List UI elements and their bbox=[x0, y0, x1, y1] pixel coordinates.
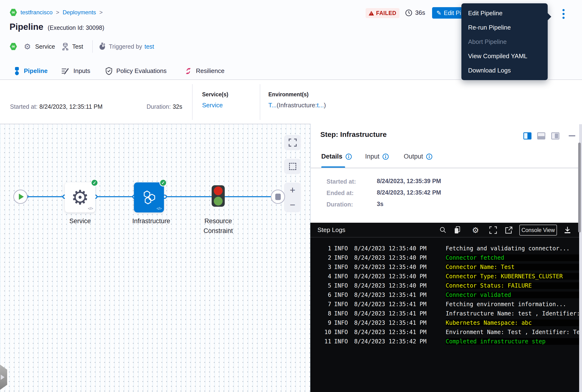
triggered-by-link[interactable]: test bbox=[144, 43, 154, 50]
project-logo-icon: ∞ bbox=[9, 8, 17, 16]
console-header: Step Logs ⚙ Console View bbox=[310, 223, 582, 238]
pipeline-logo-icon: ∞ bbox=[9, 43, 17, 50]
info-icon[interactable] bbox=[345, 153, 352, 160]
stage-col-divider bbox=[192, 84, 193, 120]
menu-item-view-compiled-yaml[interactable]: View Compiled YAML bbox=[461, 52, 548, 60]
environment-link[interactable]: T... bbox=[268, 102, 277, 109]
traffic-light-red bbox=[214, 186, 223, 195]
menu-item-edit-pipeline[interactable]: Edit Pipeline bbox=[461, 9, 548, 17]
inputs-tab-icon bbox=[61, 67, 69, 75]
log-row: 10INFO8/24/2023 12:35:41 PMEnvironment N… bbox=[310, 328, 582, 337]
tab-inputs[interactable]: Inputs bbox=[61, 62, 90, 80]
minimize-panel-icon[interactable] bbox=[569, 135, 575, 136]
stage-duration-value: 32s bbox=[172, 103, 182, 110]
zoom-in-button[interactable]: + bbox=[290, 185, 295, 195]
log-row: 7INFO8/24/2023 12:35:41 PMFetching envir… bbox=[310, 300, 582, 309]
log-row: 8INFO8/24/2023 12:35:41 PMInfrastructure… bbox=[310, 309, 582, 318]
field-started-value: 8/24/2023, 12:35:39 PM bbox=[377, 178, 441, 184]
play-icon bbox=[19, 194, 24, 200]
pipeline-options-menu: Edit Pipeline Re-run Pipeline Abort Pipe… bbox=[461, 3, 548, 80]
pipeline-execution-page: ∞ testfrancisco > Deployments > Pipeline… bbox=[0, 0, 582, 392]
end-node[interactable] bbox=[271, 190, 285, 204]
info-icon[interactable] bbox=[382, 153, 389, 160]
tab-details-label: Details bbox=[321, 153, 343, 160]
infrastructure-node[interactable]: ✓ </> bbox=[134, 182, 164, 212]
pipeline-canvas[interactable]: + − ⚙ ✓ </> Service ✓ bbox=[0, 124, 310, 392]
start-node[interactable] bbox=[13, 190, 28, 204]
download-logs-icon[interactable] bbox=[564, 226, 572, 234]
success-check-icon: ✓ bbox=[91, 179, 98, 186]
environment-close-paren: ) bbox=[324, 102, 326, 109]
status-badge: FAILED bbox=[366, 8, 399, 18]
fullscreen-icon[interactable] bbox=[489, 226, 497, 234]
field-ended-label: Ended at: bbox=[327, 190, 354, 196]
environments-column-label: Environment(s) bbox=[268, 91, 326, 98]
page-title: Pipeline bbox=[9, 22, 43, 32]
stage-col-divider-2 bbox=[260, 84, 260, 120]
search-icon[interactable] bbox=[439, 226, 447, 234]
console-view-button[interactable]: Console View bbox=[519, 224, 557, 236]
tab-resilience-label: Resilience bbox=[196, 67, 224, 75]
menu-item-rerun-pipeline[interactable]: Re-run Pipeline bbox=[461, 23, 548, 32]
marquee-select-icon bbox=[289, 163, 296, 170]
service-node[interactable]: ⚙ ✓ </> bbox=[65, 182, 95, 212]
canvas-fullscreen-button[interactable] bbox=[284, 135, 301, 150]
resilience-swirl-icon bbox=[184, 67, 192, 75]
tab-pipeline[interactable]: Pipeline bbox=[14, 62, 48, 80]
stop-icon bbox=[275, 194, 281, 200]
tab-policy-evaluations[interactable]: Policy Evaluations bbox=[105, 62, 167, 80]
breadcrumb-deployments-link[interactable]: Deployments bbox=[63, 9, 96, 16]
log-row: 4INFO8/24/2023 12:35:40 PMConnector Type… bbox=[310, 272, 582, 281]
tab-resilience[interactable]: Resilience bbox=[184, 62, 224, 80]
field-started-label: Started at: bbox=[327, 178, 356, 185]
success-check-icon: ✓ bbox=[159, 179, 167, 186]
meta-test-label: Test bbox=[72, 43, 83, 50]
log-row: 5INFO8/24/2023 12:35:40 PMConnector Stat… bbox=[310, 281, 582, 290]
infrastructure-link[interactable]: t... bbox=[317, 102, 324, 109]
zoom-out-button[interactable]: − bbox=[290, 200, 295, 210]
field-duration-label: Duration: bbox=[327, 201, 353, 208]
title-row: Pipeline (Execution Id: 30098) bbox=[9, 22, 104, 32]
environment-icon bbox=[62, 43, 69, 50]
tab-input[interactable]: Input bbox=[365, 153, 389, 160]
pipeline-tab-icon bbox=[14, 67, 20, 75]
meta-row: ∞ ⚙ Service Test Triggered by test bbox=[9, 41, 154, 52]
breadcrumb-project-link[interactable]: testfrancisco bbox=[20, 9, 53, 16]
meta-divider bbox=[92, 40, 93, 53]
settings-gear-icon[interactable]: ⚙ bbox=[471, 226, 480, 234]
layout-bottom-view-icon[interactable] bbox=[537, 132, 545, 140]
code-glyph: </> bbox=[156, 206, 162, 211]
tab-output-label: Output bbox=[404, 153, 423, 160]
expand-left-panel-handle[interactable] bbox=[0, 364, 7, 390]
open-in-new-icon[interactable] bbox=[505, 226, 513, 234]
service-link[interactable]: Service bbox=[202, 102, 228, 109]
traffic-light-green bbox=[214, 197, 223, 206]
menu-item-download-logs[interactable]: Download Logs bbox=[461, 66, 548, 74]
more-options-kebab-icon[interactable] bbox=[561, 8, 566, 19]
tab-details[interactable]: Details bbox=[321, 153, 352, 160]
log-row: 1INFO8/24/2023 12:35:40 PMFetching and v… bbox=[310, 244, 582, 253]
environment-infra-text: (Infrastructure: bbox=[277, 102, 317, 109]
layout-split-view-icon[interactable] bbox=[523, 132, 532, 140]
svg-text:∞: ∞ bbox=[11, 10, 15, 15]
panel-scrollbar-thumb[interactable] bbox=[578, 142, 581, 232]
resource-constraint-node[interactable] bbox=[212, 185, 225, 207]
infrastructure-hexagons-icon bbox=[142, 190, 156, 204]
duration-value: 36s bbox=[415, 9, 425, 16]
layout-right-view-icon[interactable] bbox=[551, 132, 559, 140]
log-row: 6INFO8/24/2023 12:35:41 PMConnector vali… bbox=[310, 290, 582, 300]
copy-icon[interactable] bbox=[453, 226, 461, 234]
log-row: 9INFO8/24/2023 12:35:41 PMKubernetes Nam… bbox=[310, 318, 582, 328]
code-glyph: </> bbox=[88, 206, 93, 211]
tab-output[interactable]: Output bbox=[404, 153, 433, 160]
service-gear-icon: ⚙ bbox=[24, 43, 31, 50]
service-node-label: Service bbox=[65, 216, 95, 226]
clock-icon bbox=[405, 9, 412, 16]
canvas-select-button[interactable] bbox=[284, 159, 301, 174]
info-icon[interactable] bbox=[426, 153, 433, 160]
edit-button-label: Edit Pi bbox=[444, 10, 461, 16]
tab-inputs-label: Inputs bbox=[73, 67, 90, 75]
console-title: Step Logs bbox=[317, 226, 345, 234]
meta-service-label: Service bbox=[35, 43, 55, 50]
tab-pipeline-label: Pipeline bbox=[24, 67, 48, 75]
